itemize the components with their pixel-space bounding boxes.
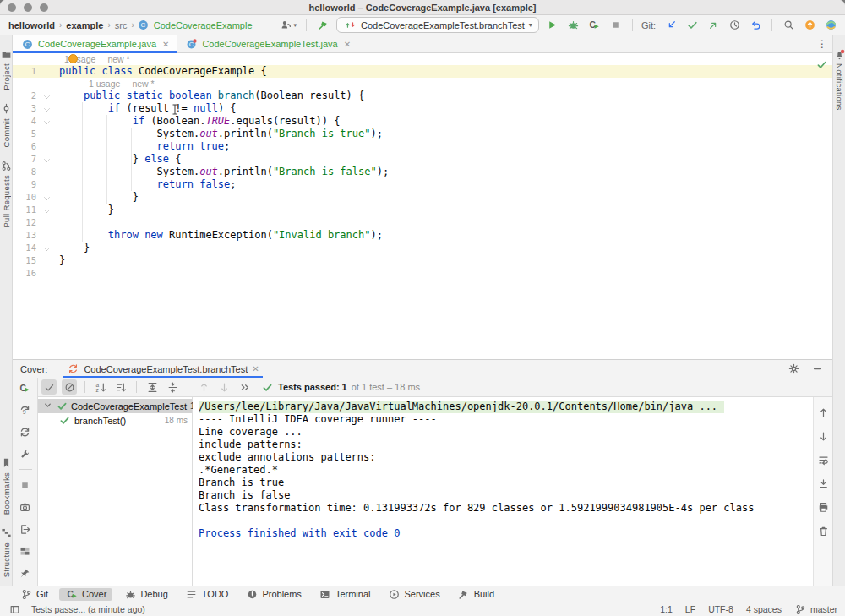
tool-window-button-terminal[interactable]: Terminal	[313, 588, 377, 601]
usage-hint[interactable]: 1 usage	[89, 79, 120, 89]
line-number[interactable]: 3	[13, 102, 41, 115]
gutter-fold-area[interactable]	[41, 115, 54, 128]
minimize-window-button[interactable]	[24, 3, 32, 12]
search-button[interactable]	[781, 18, 796, 33]
zoom-window-button[interactable]	[40, 3, 48, 12]
users-button[interactable]: ▾	[279, 18, 298, 33]
update-project-button[interactable]	[663, 18, 679, 33]
gutter-fold-area[interactable]	[41, 229, 54, 242]
sort-by-duration-button[interactable]	[113, 379, 128, 395]
build-project-button[interactable]	[315, 18, 330, 33]
status-widget-lf[interactable]: LF	[685, 604, 695, 614]
git-branch-widget[interactable]: master	[794, 602, 837, 616]
code-text[interactable]: }	[54, 204, 114, 216]
fold-marker-icon[interactable]	[44, 207, 51, 214]
history-button[interactable]	[727, 18, 742, 33]
code-text[interactable]: public class CodeCoverageExample {	[54, 65, 267, 78]
stop-button[interactable]	[608, 18, 624, 33]
status-widget-utf-8[interactable]: UTF-8	[708, 604, 733, 614]
hide-panel-icon[interactable]	[810, 363, 824, 376]
updates-button[interactable]	[802, 18, 817, 33]
intention-bulb-icon[interactable]	[68, 54, 78, 63]
line-number[interactable]: 4	[13, 115, 41, 128]
line-number[interactable]: 1	[13, 65, 41, 78]
rerun-button[interactable]	[18, 424, 33, 439]
close-window-button[interactable]	[8, 3, 16, 12]
gutter-fold-area[interactable]	[41, 178, 54, 191]
run-configuration-select[interactable]: CodeCoverageExampleTest.branchTest▾	[336, 17, 539, 33]
fold-marker-icon[interactable]	[44, 93, 51, 100]
line-number[interactable]: 2	[13, 90, 41, 102]
coverage-tab[interactable]: CodeCoverageExampleTest.branchTest ✕	[63, 360, 262, 378]
sidebar-item-structure[interactable]: Structure	[0, 526, 13, 577]
code-text[interactable]: public static boolean branch(Boolean res…	[54, 90, 364, 102]
gutter-fold-area[interactable]	[41, 242, 54, 254]
more-chevrons-button[interactable]	[237, 379, 252, 395]
fold-marker-icon[interactable]	[44, 194, 51, 201]
gutter-fold-area[interactable]	[41, 140, 54, 153]
inspections-ok-check-icon[interactable]	[815, 57, 828, 71]
test-settings-wrench-button[interactable]	[18, 446, 33, 461]
tree-expand-chevron-icon[interactable]	[42, 400, 53, 412]
rollback-button[interactable]	[748, 18, 763, 33]
tool-window-button-cover[interactable]: CCover	[59, 588, 112, 601]
gutter-fold-area[interactable]	[41, 216, 54, 229]
fold-marker-icon[interactable]	[44, 118, 51, 125]
tool-window-widget-icon[interactable]	[8, 602, 21, 616]
close-coverage-tab-icon[interactable]: ✕	[252, 364, 259, 373]
line-number[interactable]: 15	[13, 254, 41, 267]
push-button[interactable]	[706, 18, 721, 33]
close-tab-icon[interactable]: ✕	[344, 40, 351, 49]
gutter-fold-area[interactable]	[41, 166, 54, 178]
gutter-fold-area[interactable]	[41, 267, 54, 280]
code-text[interactable]: throw new RuntimeException("Invalid bran…	[54, 229, 383, 242]
gutter-fold-area[interactable]	[41, 102, 54, 115]
code-text[interactable]: }	[54, 191, 139, 204]
gutter-fold-area[interactable]	[41, 204, 54, 216]
gutter-fold-area[interactable]	[41, 254, 54, 267]
line-number[interactable]: 11	[13, 204, 41, 216]
layout-button[interactable]	[18, 543, 33, 559]
code-text[interactable]: if (Boolean.TRUE.equals(result)) {	[54, 115, 340, 128]
code-text[interactable]: System.out.println("Branch is true");	[54, 128, 383, 140]
clear-all-trash-button[interactable]	[815, 523, 831, 538]
status-widget-1-1[interactable]: 1:1	[660, 604, 673, 614]
tab-CodeCoverageExample.java[interactable]: CCodeCoverageExample.java✕	[13, 35, 177, 52]
rerun-failed-tests-button[interactable]: 9	[18, 402, 33, 417]
code-text[interactable]: System.out.println("Branch is false");	[54, 166, 389, 178]
run-button[interactable]	[545, 18, 560, 33]
sort-alphabetically-button[interactable]: az	[93, 379, 108, 395]
fold-marker-icon[interactable]	[44, 156, 51, 163]
gutter-fold-area[interactable]	[41, 65, 54, 78]
previous-failed-button[interactable]	[196, 379, 211, 395]
code-text[interactable]: }	[54, 254, 65, 267]
status-message[interactable]: Tests passe... (a minute ago)	[31, 604, 145, 614]
expand-all-button[interactable]	[144, 379, 160, 395]
code-text[interactable]: }	[54, 242, 90, 254]
next-failed-button[interactable]	[216, 379, 232, 395]
tool-window-button-problems[interactable]: Problems	[239, 588, 307, 601]
sidebar-item-notifications[interactable]: Notifications	[832, 47, 845, 111]
test-tree-row[interactable]: CodeCoverageExampleTest18ms	[38, 399, 192, 413]
tool-window-button-debug[interactable]: Debug	[117, 588, 173, 601]
breadcrumb-item-example[interactable]: example	[64, 20, 105, 30]
code-text[interactable]	[54, 267, 59, 280]
line-number[interactable]: 8	[13, 166, 41, 178]
line-number[interactable]: 13	[13, 229, 41, 242]
line-number[interactable]: 14	[13, 242, 41, 254]
line-number[interactable]: 12	[13, 216, 41, 229]
debug-button[interactable]	[566, 18, 581, 33]
down-arrow-button[interactable]	[815, 428, 831, 444]
line-number[interactable]: 10	[13, 191, 41, 204]
show-ignored-button[interactable]	[62, 379, 77, 395]
soft-wrap-button[interactable]	[815, 452, 831, 467]
close-tab-icon[interactable]: ✕	[162, 40, 169, 49]
collapse-all-button[interactable]	[165, 379, 180, 395]
breadcrumb-item-src[interactable]: src	[113, 20, 129, 30]
run-with-coverage-button[interactable]: C	[587, 18, 602, 33]
gutter-fold-area[interactable]	[41, 153, 54, 166]
code-text[interactable]	[54, 216, 59, 229]
breadcrumb-item-helloworld[interactable]: helloworld	[7, 20, 57, 30]
gear-icon[interactable]	[787, 363, 800, 376]
breadcrumb-item-codecoverageexample[interactable]: CodeCoverageExample	[152, 20, 254, 30]
